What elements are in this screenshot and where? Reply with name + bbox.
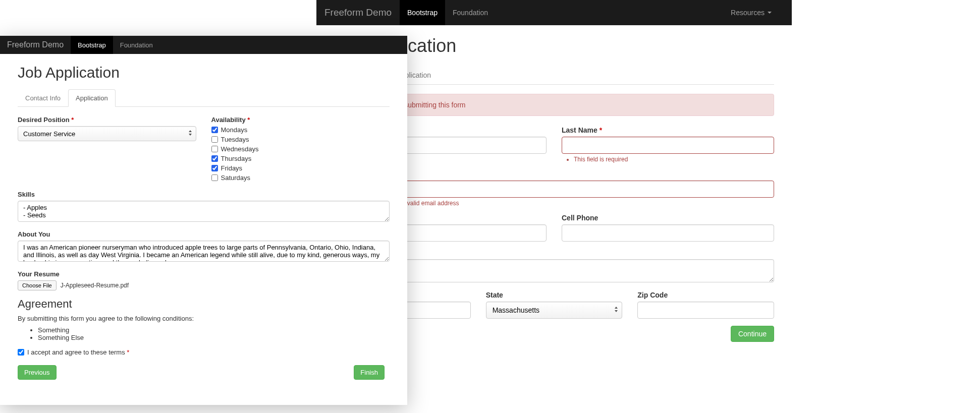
brand[interactable]: Freeform Demo [0,36,71,54]
agreement-heading: Agreement [18,298,390,311]
nav-bootstrap[interactable]: Bootstrap [71,36,113,54]
availability-label: Availability * [211,116,390,124]
accept-terms-label: I accept and agree to these terms * [27,348,129,356]
availability-day-label: Wednesdays [221,145,259,153]
tabs: Contact Info Application [18,89,390,107]
availability-mondays-checkbox[interactable] [211,127,218,133]
navbar: Freeform Demo Bootstrap Foundation Resou… [316,0,792,25]
nav-resources-dropdown[interactable]: Resources [723,9,779,17]
resume-filename: J-Appleseed-Resume.pdf [61,282,129,289]
navbar: Freeform Demo Bootstrap Foundation [0,36,407,54]
availability-tuesdays-checkbox[interactable] [211,136,218,143]
continue-button[interactable]: Continue [731,326,774,342]
agreement-intro: By submitting this form you agree to the… [18,315,390,322]
tab-application[interactable]: Application [68,89,116,107]
cell-phone-label: Cell Phone [562,214,774,222]
zip-label: Zip Code [637,291,774,299]
availability-day-label: Saturdays [221,174,251,182]
nav-bootstrap[interactable]: Bootstrap [400,0,445,25]
last-name-input[interactable] [562,137,774,154]
availability-fridays-checkbox[interactable] [211,165,218,171]
desired-position-label: Desired Position * [18,116,196,124]
select-arrow-down-icon [189,134,192,136]
availability-day-label: Mondays [221,126,248,134]
skills-label: Skills [18,191,390,198]
about-label: About You [18,230,390,238]
state-select[interactable]: Massachusetts [486,302,623,319]
state-label: State [486,291,623,299]
choose-file-button[interactable]: Choose File [18,280,57,290]
zip-input[interactable] [637,302,774,319]
tab-contact-info[interactable]: Contact Info [18,89,68,107]
last-name-error: This field is required [574,156,774,163]
availability-day-label: Fridays [221,164,243,172]
availability-day-label: Thursdays [221,155,252,162]
brand[interactable]: Freeform Demo [316,0,400,25]
nav-foundation[interactable]: Foundation [113,36,160,54]
desired-position-select[interactable]: Customer Service [18,126,196,141]
availability-wednesdays-checkbox[interactable] [211,146,218,152]
skills-textarea[interactable] [18,201,390,222]
agreement-condition: Something Else [38,334,390,341]
previous-button[interactable]: Previous [18,365,57,380]
accept-terms-checkbox[interactable] [18,349,24,356]
availability-saturdays-checkbox[interactable] [211,174,218,181]
resume-label: Your Resume [18,270,390,278]
chevron-down-icon [768,12,772,14]
nav-resources-label: Resources [731,9,765,17]
nav-foundation[interactable]: Foundation [445,0,496,25]
last-name-label: Last Name * [562,126,774,134]
about-textarea[interactable] [18,241,390,262]
availability-thursdays-checkbox[interactable] [211,155,218,162]
agreement-condition: Something [38,326,390,334]
availability-day-label: Tuesdays [221,136,249,143]
select-arrow-up-icon [615,307,618,309]
finish-button[interactable]: Finish [354,365,385,380]
select-arrow-up-icon [189,130,192,132]
page-title: Job Application [18,64,390,81]
select-arrow-down-icon [615,310,618,312]
pane-application: Freeform Demo Bootstrap Foundation Job A… [0,36,407,405]
cell-phone-input[interactable] [562,224,774,242]
form-container: Job Application Contact Info Application… [0,54,407,390]
email-error: johnny_a_123 is not a valid email addres… [346,200,774,207]
